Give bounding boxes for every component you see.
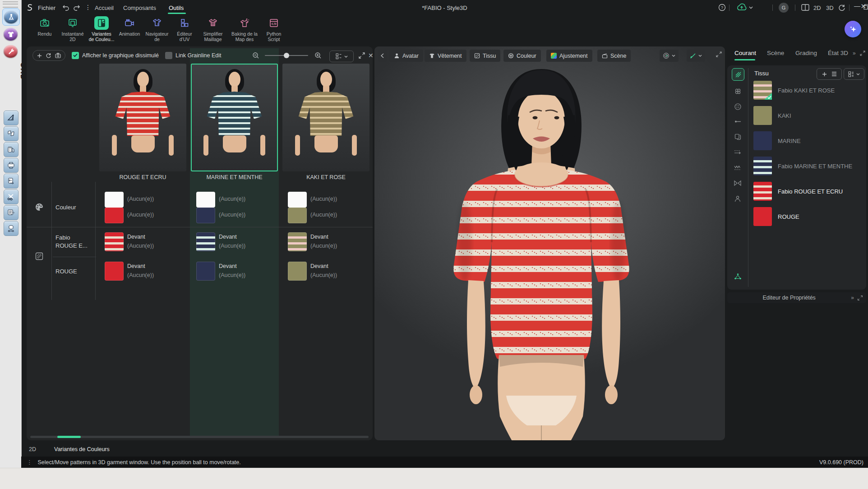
viewport-tab-tissu[interactable]: Tissu — [470, 50, 500, 62]
dock-grip[interactable] — [3, 1, 18, 8]
viewport-3d[interactable]: Avatar Vêtement Tissu Couleur Ajustement… — [374, 46, 725, 440]
help-icon[interactable]: ? — [718, 4, 726, 11]
cloud-upload-button[interactable] — [736, 3, 753, 12]
strip-layers-icon[interactable] — [732, 131, 743, 143]
sync-rotate-icon[interactable] — [838, 4, 845, 11]
fabric-swatch-marine-menthe[interactable] — [196, 232, 215, 251]
split-view-icon[interactable] — [801, 4, 809, 11]
horizontal-scrollbar[interactable] — [30, 436, 369, 438]
fabric-item-swatch[interactable] — [753, 157, 772, 175]
file-menu[interactable]: Fichier — [38, 5, 55, 11]
fabric-item-name[interactable]: ROUGE — [778, 213, 799, 220]
fabric-swatch-rouge-ecru[interactable] — [105, 232, 124, 251]
color-swatch-white[interactable] — [105, 192, 124, 208]
view-2d-button[interactable]: 2D — [813, 5, 821, 11]
dock-pattern-pieces-icon[interactable] — [4, 126, 18, 141]
brush-tool-dropdown[interactable] — [687, 50, 705, 62]
fabric-item-name[interactable]: Fabio MARINE ET MENTHE — [778, 163, 852, 170]
strip-trim-icon[interactable] — [732, 85, 743, 97]
expand-properties-icon[interactable] — [858, 295, 863, 300]
more-menu-icon[interactable]: ⋮ — [85, 4, 91, 11]
variant-thumbnail[interactable] — [99, 64, 186, 171]
expand-viewport-icon[interactable] — [716, 51, 722, 57]
menu-tab-composants[interactable]: Composants — [123, 5, 156, 11]
user-avatar[interactable]: G — [779, 3, 789, 13]
fabric-swatch-kaki[interactable] — [288, 262, 307, 281]
right-tab-courant[interactable]: Courant — [734, 50, 756, 56]
color-swatch-red[interactable] — [105, 208, 124, 223]
ribbon-instantane-2d-button[interactable]: Instantané 2D — [59, 16, 86, 42]
fabric-item-name[interactable]: Fabio KAKI ET ROSE — [778, 87, 835, 94]
bottom-tab-2d[interactable]: 2D — [29, 446, 36, 452]
snapshot-button[interactable] — [55, 53, 61, 58]
fabric-swatch-marine[interactable] — [196, 262, 215, 281]
close-button[interactable]: ✕ — [860, 2, 866, 10]
fabric-item-swatch[interactable] — [753, 207, 772, 226]
ribbon-navigateur-button[interactable]: Navigateur de — [143, 16, 171, 42]
dock-item-cad-tools[interactable] — [2, 8, 20, 26]
dock-file-transfer-icon[interactable] — [4, 174, 18, 189]
dock-calculator-icon[interactable] — [4, 142, 18, 157]
collapse-properties-icon[interactable]: » — [851, 295, 854, 301]
dock-notepad-icon[interactable] — [4, 205, 18, 220]
dock-item-settings[interactable] — [2, 43, 19, 60]
menu-tab-accueil[interactable]: Accueil — [95, 5, 114, 11]
fabric-item-name[interactable]: MARINE — [778, 138, 801, 144]
redo-icon[interactable] — [73, 5, 80, 11]
dock-plotter-icon[interactable] — [4, 158, 18, 173]
avatar-3d[interactable] — [433, 61, 654, 440]
strip-seam-icon[interactable] — [732, 146, 743, 157]
refresh-button[interactable] — [46, 53, 51, 59]
right-tab-etat-3d[interactable]: État 3D — [828, 50, 848, 56]
ribbon-simplifier-maillage-button[interactable]: Simplifier Maillage — [199, 16, 227, 42]
dock-setsquare-icon[interactable] — [4, 111, 18, 125]
ai-assistant-button[interactable] — [845, 21, 861, 37]
right-tab-scene[interactable]: Scène — [767, 50, 784, 56]
zoom-in-icon[interactable] — [314, 52, 322, 59]
fabric-swatch-rouge[interactable] — [105, 262, 124, 281]
scrollbar-thumb[interactable] — [57, 436, 81, 438]
menu-tab-outils[interactable]: Outils — [169, 5, 184, 11]
fabric-swatch-kaki-rose[interactable] — [288, 232, 307, 251]
view-3d-button[interactable]: 3D — [826, 5, 834, 11]
collapse-tabs-button[interactable] — [378, 50, 387, 62]
viewport-tab-vetement[interactable]: Vêtement — [425, 50, 466, 62]
variant-column-marine-et-menthe[interactable]: MARINE ET MENTHE (Aucun(e)) (Aucun(e)) D… — [190, 46, 279, 440]
fabric-item-swatch[interactable] — [753, 182, 772, 201]
fabric-item-name[interactable]: Fabio ROUGE ET ECRU — [778, 188, 843, 195]
strip-bowtie-icon[interactable] — [732, 177, 743, 189]
undo-icon[interactable] — [62, 5, 69, 11]
minimize-button[interactable]: — — [854, 2, 860, 9]
gizmo-mode-dropdown[interactable] — [660, 50, 679, 62]
expand-right-panel-icon[interactable] — [860, 51, 865, 56]
viewport-tab-avatar[interactable]: Avatar — [389, 50, 423, 62]
viewport-tab-scene[interactable]: Scène — [597, 50, 631, 62]
fabric-view-dropdown[interactable] — [844, 68, 864, 80]
bottom-tab-variantes[interactable]: Variantes de Couleurs — [54, 446, 110, 452]
color-swatch-khaki[interactable] — [288, 208, 307, 223]
zoom-slider-knob[interactable] — [284, 53, 289, 58]
strip-fabric-icon[interactable] — [732, 68, 744, 81]
fabric-item-swatch[interactable] — [753, 131, 772, 150]
ribbon-python-script-button[interactable]: Python Script — [262, 16, 286, 42]
strip-elastic-icon[interactable] — [732, 161, 743, 173]
strip-avatar-icon[interactable] — [732, 193, 743, 205]
strip-physics-icon[interactable] — [732, 271, 743, 282]
color-swatch-white[interactable] — [196, 192, 215, 208]
ribbon-animation-button[interactable]: Animation — [117, 16, 142, 37]
variant-column-rouge-et-ecru[interactable]: ROUGE ET ECRU (Aucun(e)) (Aucun(e)) Deva… — [98, 46, 187, 440]
status-menu-icon[interactable]: ⋮ — [27, 459, 32, 466]
ribbon-editeur-uv-button[interactable]: Éditeur d'UV — [173, 16, 196, 42]
show-hidden-checkbox-row[interactable]: Afficher le graphique dissimulé — [72, 52, 159, 59]
dock-scissors-icon[interactable] — [4, 189, 18, 204]
dock-item-garment[interactable] — [2, 26, 19, 42]
link-grainline-checkbox-row[interactable]: Link Grainline Edit — [165, 52, 221, 59]
variant-thumbnail[interactable] — [282, 64, 369, 171]
fabric-list-menu-button[interactable] — [831, 72, 837, 76]
add-fabric-button[interactable] — [822, 72, 827, 77]
color-swatch-navy[interactable] — [196, 208, 215, 223]
zoom-out-icon[interactable] — [252, 52, 259, 59]
fabric-item-name[interactable]: KAKI — [778, 112, 791, 119]
properties-editor-bar[interactable]: Editeur de Propriétés » — [727, 292, 866, 303]
viewport-tab-ajustement[interactable]: Ajustement — [546, 50, 592, 62]
